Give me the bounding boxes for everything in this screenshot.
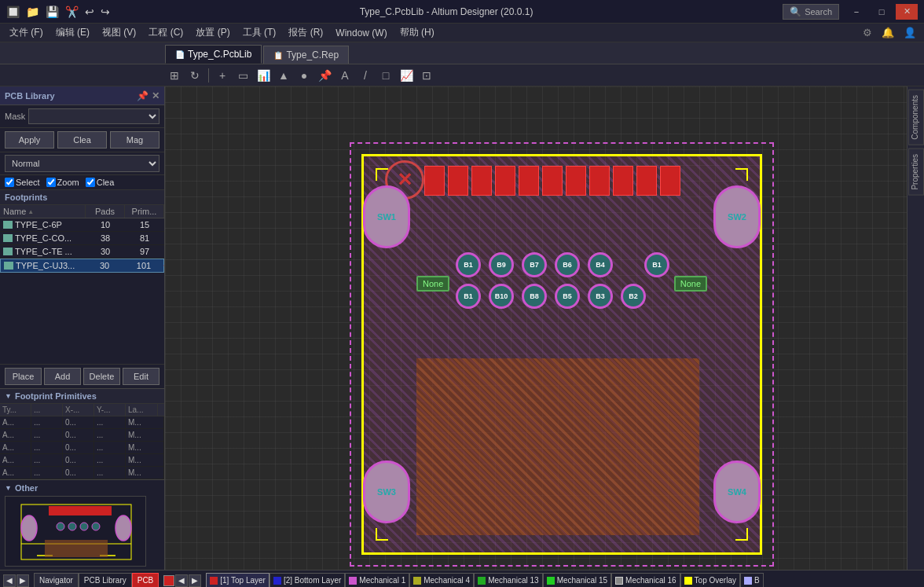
close-button[interactable]: ✕: [896, 4, 918, 20]
menu-window[interactable]: Window (W): [329, 26, 393, 40]
toolbar-line-btn[interactable]: /: [356, 67, 375, 84]
zoom-checkbox[interactable]: [46, 178, 56, 187]
prim-row-2[interactable]: A... ... 0... ... M...: [0, 442, 164, 454]
toolbar-text-btn[interactable]: A: [336, 67, 354, 84]
account-icon[interactable]: 👤: [899, 27, 921, 39]
toolbar-rect-btn[interactable]: ▭: [233, 67, 252, 84]
toolbar-add-btn[interactable]: +: [213, 67, 232, 84]
left-panel: PCB Library 📌 ✕ Mask Apply Clea Mag N: [0, 86, 165, 570]
pth-ty: Ty...: [0, 404, 31, 416]
toolbar-graph-btn[interactable]: 📈: [397, 67, 416, 84]
normal-dropdown[interactable]: Normal: [5, 155, 160, 172]
row-type-c-te[interactable]: TYPE_C-TE ... 30 97: [0, 245, 164, 259]
toolbar-layer-btn[interactable]: ▲: [274, 67, 293, 84]
layer-tab-mech13[interactable]: Mechanical 13: [474, 573, 542, 588]
prim-row-3[interactable]: A... ... 0... ... M...: [0, 454, 164, 467]
layer-prev-btn[interactable]: ◀: [175, 574, 188, 587]
checkboxes-row: Select Zoom Clea: [0, 175, 164, 190]
prim-scroll-header: [158, 404, 164, 416]
maximize-button[interactable]: □: [871, 4, 893, 20]
layer-next-btn[interactable]: ▶: [189, 574, 201, 587]
primitives-header[interactable]: ▼ Footprint Primitives: [0, 389, 164, 404]
sidebar-tab-components[interactable]: Components: [908, 90, 924, 145]
table-rows: TYPE_C-6P 10 15 TYPE_C-CO... 38 81: [0, 218, 164, 364]
pth-y: Y-...: [94, 404, 126, 416]
tab-rep[interactable]: 📋 Type_C.Rep: [263, 46, 349, 64]
apply-button[interactable]: Apply: [5, 131, 54, 149]
bracket-br: [735, 528, 748, 541]
nav-next-btn[interactable]: ▶: [16, 574, 29, 587]
toolbar-route-btn[interactable]: ↻: [185, 67, 204, 84]
pth-la: La...: [126, 404, 158, 416]
toolbar-box-btn[interactable]: □: [376, 67, 395, 84]
notification-icon[interactable]: 🔔: [877, 27, 899, 39]
red-pad-4: [495, 166, 515, 196]
td-prim-6p: 15: [125, 218, 164, 231]
minimize-button[interactable]: −: [845, 4, 867, 20]
layer-tab-b[interactable]: B: [740, 573, 764, 588]
settings-icon[interactable]: ⚙: [858, 27, 877, 39]
layer-tab-top[interactable]: [1] Top Layer: [206, 573, 270, 588]
nav-tab-navigator[interactable]: Navigator: [34, 573, 79, 588]
edit-button[interactable]: Edit: [123, 368, 160, 385]
tab-rep-icon: 📋: [273, 51, 283, 60]
row-type-c-uj3[interactable]: TYPE_C-UJ3... 30 101: [0, 259, 164, 273]
clear-button[interactable]: Clea: [57, 131, 107, 149]
sidebar-tab-properties[interactable]: Properties: [908, 149, 924, 196]
corner-pad-sw1: SW1: [363, 185, 410, 248]
circle-pad-b1-top: B1: [456, 252, 481, 277]
main-layout: PCB Library 📌 ✕ Mask Apply Clea Mag N: [0, 86, 924, 570]
menu-report[interactable]: 报告 (R): [282, 24, 329, 41]
layer-tab-mech15[interactable]: Mechanical 15: [543, 573, 611, 588]
primitives-label: Footprint Primitives: [15, 391, 97, 401]
other-header[interactable]: ▼ Other: [5, 483, 160, 493]
toolbar-circle-btn[interactable]: ●: [295, 67, 314, 84]
layer-tab-mech4[interactable]: Mechanical 4: [409, 573, 474, 588]
ptd-x-1: 0...: [63, 429, 94, 441]
table-header: Name ▲ Pads Prim...: [0, 205, 164, 218]
add-button[interactable]: Add: [44, 368, 81, 385]
tabbar: 📄 Type_C.PcbLib 📋 Type_C.Rep: [0, 42, 924, 64]
circle-pad-b10: B10: [489, 284, 514, 309]
layer-tab-mech1[interactable]: Mechanical 1: [345, 573, 409, 588]
row-icon-co: [3, 234, 13, 242]
menu-view[interactable]: 视图 (V): [96, 24, 142, 41]
row-type-c-6p[interactable]: TYPE_C-6P 10 15: [0, 218, 164, 232]
select-checkbox[interactable]: [5, 178, 14, 187]
layer-tab-bottom[interactable]: [2] Bottom Layer: [270, 573, 345, 588]
red-pad-5: [519, 166, 539, 196]
nav-prev-btn[interactable]: ◀: [3, 574, 16, 587]
menu-tools[interactable]: 工具 (T): [236, 24, 283, 41]
prim-row-1[interactable]: A... ... 0... ... M...: [0, 429, 164, 442]
ptd-y-3: ...: [94, 454, 126, 466]
prim-row-4[interactable]: A... ... 0... ... M...: [0, 467, 164, 479]
canvas-area[interactable]: ✕ SW1 SW2 SW3 SW4 None None B1 B9 B7 B6 …: [165, 86, 907, 570]
menu-place[interactable]: 放置 (P): [189, 24, 236, 41]
close-panel-icon[interactable]: ✕: [152, 90, 160, 101]
delete-button[interactable]: Delete: [83, 368, 120, 385]
place-button[interactable]: Place: [5, 368, 42, 385]
toolbar-filter-btn[interactable]: ⊞: [165, 67, 184, 84]
menu-project[interactable]: 工程 (C): [142, 24, 189, 41]
pin-icon[interactable]: 📌: [137, 90, 148, 101]
menubar: 文件 (F) 编辑 (E) 视图 (V) 工程 (C) 放置 (P) 工具 (T…: [0, 24, 924, 42]
toolbar-pin-btn[interactable]: 📌: [315, 67, 334, 84]
search-label: Search: [805, 7, 832, 17]
layer-tab-topoverlay[interactable]: Top Overlay: [680, 573, 740, 588]
clear-checkbox[interactable]: [86, 178, 95, 187]
nav-tab-pcblib[interactable]: PCB Library: [79, 573, 132, 588]
mask-dropdown[interactable]: [28, 108, 160, 124]
nav-tab-pcb[interactable]: PCB: [132, 573, 160, 588]
mag-button[interactable]: Mag: [110, 131, 160, 149]
toolbar-extra-btn[interactable]: ⊡: [417, 67, 436, 84]
menu-help[interactable]: 帮助 (H): [394, 24, 441, 41]
menu-file[interactable]: 文件 (F): [3, 24, 50, 41]
menu-edit[interactable]: 编辑 (E): [50, 24, 96, 41]
toolbar-chart-btn[interactable]: 📊: [254, 67, 273, 84]
layer-tab-mech16[interactable]: Mechanical 16: [611, 573, 680, 588]
ptd-col2-3: ...: [31, 454, 63, 466]
tab-pcblib[interactable]: 📄 Type_C.PcbLib: [165, 45, 262, 64]
row-type-c-co[interactable]: TYPE_C-CO... 38 81: [0, 232, 164, 245]
search-bar[interactable]: 🔍 Search: [783, 4, 839, 20]
prim-row-0[interactable]: A... ... 0... ... M...: [0, 416, 164, 429]
